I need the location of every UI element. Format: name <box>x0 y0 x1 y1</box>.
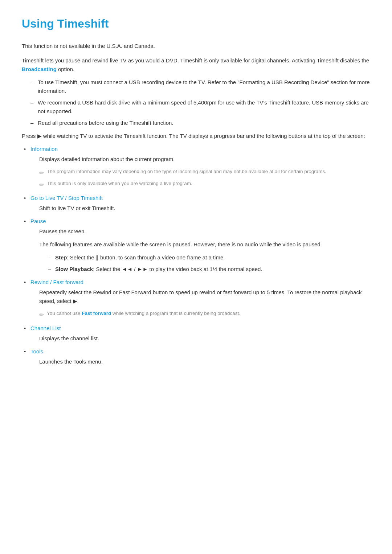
list-item-information: Information Displays detailed informatio… <box>22 145 370 189</box>
pencil-icon-1: ✏ <box>39 168 44 178</box>
broadcasting-link: Broadcasting <box>22 66 57 72</box>
step-text: : Select the ∥ button, to scan through a… <box>67 254 225 260</box>
pencil-icon-2: ✏ <box>39 180 44 190</box>
tools-title: Tools <box>30 348 43 354</box>
channel-list-title: Channel List <box>30 325 61 331</box>
channel-list-body: Displays the channel list. <box>30 334 370 343</box>
rewind-description: Repeatedly select the Rewind or Fast For… <box>39 288 370 305</box>
prereq-item-3: Read all precautions before using the Ti… <box>30 119 370 127</box>
press-intro: Press ▶ while watching TV to activate th… <box>22 132 370 140</box>
intro2-prefix: Timeshift lets you pause and rewind live… <box>22 57 369 63</box>
go-to-live-tv-description: Shift to live TV or exit Timeshift. <box>39 204 370 213</box>
information-title: Information <box>30 146 58 152</box>
tools-body: Launches the Tools menu. <box>30 357 370 366</box>
rewind-note-1: ✏ You cannot use Fast forward while watc… <box>39 310 370 320</box>
page-title: Using Timeshift <box>22 15 370 33</box>
pause-sub-list: Step: Select the ∥ button, to scan throu… <box>39 253 370 274</box>
fast-forward-highlight: Fast forward <box>82 311 111 316</box>
pencil-icon-3: ✏ <box>39 310 44 320</box>
prereq-list: To use Timeshift, you must connect a USB… <box>22 78 370 127</box>
prereq-item-2: We recommend a USB hard disk drive with … <box>30 98 370 116</box>
intro2-suffix: option. <box>57 66 74 72</box>
rewind-note-text: You cannot use Fast forward while watchi… <box>47 310 240 317</box>
tools-description: Launches the Tools menu. <box>39 357 370 366</box>
rewind-title: Rewind <box>30 279 49 285</box>
go-to-live-tv-body: Shift to live TV or exit Timeshift. <box>30 204 370 213</box>
information-note-2: ✏ This button is only available when you… <box>39 180 370 190</box>
pause-description-2: The following features are available whi… <box>39 240 370 249</box>
list-item-rewind-fastforward: Rewind / Fast forward Repeatedly select … <box>22 278 370 320</box>
information-note-2-text: This button is only available when you a… <box>47 180 192 187</box>
pause-slow-playback-item: Slow Playback: Select the ◄◄ / ►► to pla… <box>48 265 370 274</box>
pause-description-1: Pauses the screen. <box>39 227 370 236</box>
information-note-1: ✏ The program information may vary depen… <box>39 168 370 178</box>
pause-body: Pauses the screen. The following feature… <box>30 227 370 274</box>
intro-line-2: Timeshift lets you pause and rewind live… <box>22 56 370 74</box>
prereq-item-1: To use Timeshift, you must connect a USB… <box>30 78 370 95</box>
information-body: Displays detailed information about the … <box>30 155 370 189</box>
step-label: Step <box>55 254 67 260</box>
slow-playback-text: : Select the ◄◄ / ►► to play the video b… <box>93 266 262 272</box>
rewind-note-suffix: while watching a program that is current… <box>111 311 240 316</box>
list-item-channel-list: Channel List Displays the channel list. <box>22 324 370 343</box>
rewind-body: Repeatedly select the Rewind or Fast For… <box>30 288 370 320</box>
fastforward-title: Fast forward <box>53 279 83 285</box>
list-item-pause: Pause Pauses the screen. The following f… <box>22 217 370 274</box>
title-separator: / <box>49 279 53 285</box>
feature-list: Information Displays detailed informatio… <box>22 145 370 366</box>
go-to-live-tv-title: Go to Live TV / Stop Timeshift <box>30 195 103 201</box>
pause-step-item: Step: Select the ∥ button, to scan throu… <box>48 253 370 262</box>
list-item-tools: Tools Launches the Tools menu. <box>22 347 370 366</box>
intro-line-1: This function is not available in the U.… <box>22 42 370 50</box>
list-item-go-to-live-tv: Go to Live TV / Stop Timeshift Shift to … <box>22 194 370 213</box>
information-note-1-text: The program information may vary dependi… <box>47 168 326 175</box>
slow-playback-label: Slow Playback <box>55 266 93 272</box>
pause-title: Pause <box>30 218 46 224</box>
channel-list-description: Displays the channel list. <box>39 334 370 343</box>
information-description: Displays detailed information about the … <box>39 155 370 164</box>
